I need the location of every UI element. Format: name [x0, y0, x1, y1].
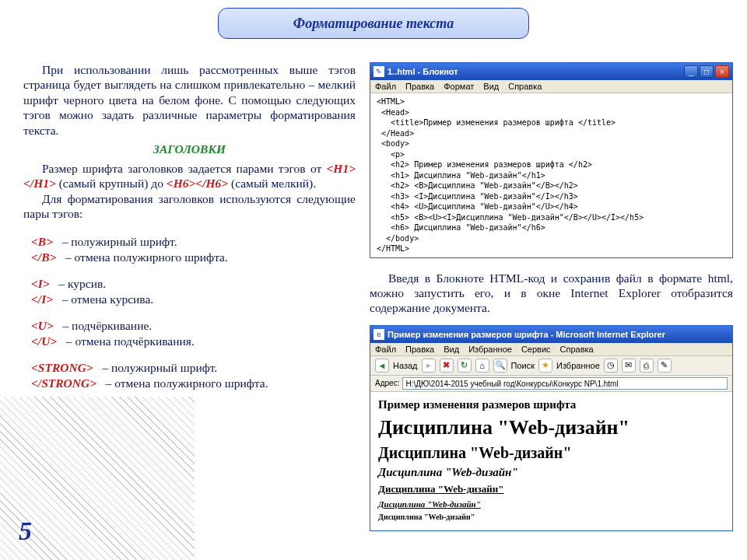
ie-menu-tools[interactable]: Сервис [521, 345, 551, 354]
tag-strong-close: </STRONG> [31, 376, 96, 390]
intro-paragraph: При использовании лишь рассмотренных выш… [23, 62, 356, 138]
ie-window: e Пример изменения размеров шрифта - Mic… [370, 325, 733, 531]
explanation-paragraph: Введя в Блокноте HTML-код и сохранив фай… [370, 271, 733, 316]
ie-menubar: Файл Правка Вид Избранное Сервис Справка [370, 343, 732, 356]
tag-i-close: </I> [31, 292, 53, 306]
ie-toolbar: ◄ Назад ▸ ✖ ↻ ⌂ 🔍 Поиск ★ Избранное ◷ ✉ … [370, 356, 732, 376]
favorites-icon[interactable]: ★ [538, 359, 552, 373]
menu-view[interactable]: Вид [483, 82, 499, 91]
maximize-button[interactable]: □ [700, 65, 714, 78]
ie-menu-edit[interactable]: Правка [405, 345, 434, 354]
notepad-titlebar: ✎ 1..html - Блокнот _ □ × [370, 63, 732, 80]
mail-button[interactable]: ✉ [622, 359, 636, 373]
ie-menu-view[interactable]: Вид [444, 345, 459, 354]
favorites-label: Избранное [556, 361, 600, 370]
refresh-button[interactable]: ↻ [458, 359, 472, 373]
rendered-h1: Дисциплина "Web-дизайн" [378, 416, 724, 439]
tag-strong-open: <STRONG> [31, 361, 93, 374]
notepad-content[interactable]: <HTML> <Head> <title>Пример изменения ра… [370, 93, 732, 257]
page-number: 5 [19, 516, 32, 546]
page-title: Форматирование текста [293, 16, 454, 32]
page-title-banner: Форматирование текста [218, 8, 529, 39]
ie-app-icon: e [374, 329, 384, 340]
tag-h1-close: </H1> [23, 177, 56, 190]
edit-button[interactable]: ✎ [658, 359, 672, 373]
menu-file[interactable]: Файл [375, 82, 396, 91]
tag-h1-open: <H1> [327, 162, 356, 175]
rendered-h2-title: Пример изменения размеров шрифта [378, 398, 724, 411]
ie-menu-file[interactable]: Файл [375, 345, 396, 354]
right-column: ✎ 1..html - Блокнот _ □ × Файл Правка Фо… [370, 62, 733, 531]
forward-button[interactable]: ▸ [422, 359, 436, 373]
rendered-h4: Дисциплина "Web-дизайн" [378, 483, 724, 495]
tag-i-open: <I> [31, 277, 50, 290]
menu-edit[interactable]: Правка [405, 82, 434, 91]
history-button[interactable]: ◷ [604, 359, 618, 373]
ie-titlebar: e Пример изменения размеров шрифта - Mic… [370, 326, 732, 343]
address-input[interactable]: H:\ДЮ\2014-2015 учебный год\Конкурсы\Кон… [402, 377, 728, 390]
notepad-title-text: 1..html - Блокнот [388, 67, 684, 76]
formatting-paragraph: Для форматирования заголовков используют… [23, 191, 356, 222]
back-label: Назад [393, 361, 418, 370]
ie-menu-help[interactable]: Справка [560, 345, 594, 354]
menu-help[interactable]: Справка [508, 82, 542, 91]
minimize-button[interactable]: _ [684, 65, 698, 78]
headings-paragraph: Размер шрифта заголовков задается парами… [23, 161, 356, 191]
notepad-app-icon: ✎ [374, 66, 384, 77]
tag-h6-open: <H6> [167, 177, 195, 190]
search-icon[interactable]: 🔍 [493, 359, 507, 373]
rendered-h5: Дисциплина "Web-дизайн" [378, 499, 724, 509]
print-button[interactable]: ⎙ [640, 359, 654, 373]
tag-definitions: <B> – полужирный шрифт. </B> – отмена по… [31, 235, 356, 390]
menu-format[interactable]: Формат [444, 82, 474, 91]
subheader-headings: ЗАГОЛОВКИ [23, 142, 356, 156]
back-button[interactable]: ◄ [375, 359, 389, 373]
rendered-h3: Дисциплина "Web-дизайн" [378, 466, 724, 479]
search-label: Поиск [511, 361, 535, 370]
ie-rendered-page: Пример изменения размеров шрифта Дисципл… [370, 392, 732, 530]
ie-menu-favorites[interactable]: Избранное [468, 345, 512, 354]
ie-addressbar: Адрес: H:\ДЮ\2014-2015 учебный год\Конку… [370, 376, 732, 392]
tag-u-open: <U> [31, 319, 54, 332]
rendered-h2: Дисциплина "Web-дизайн" [378, 444, 724, 462]
home-button[interactable]: ⌂ [475, 359, 489, 373]
tag-h6-close: </H6> [195, 177, 228, 190]
left-column: При использовании лишь рассмотренных выш… [23, 62, 356, 392]
address-label: Адрес: [375, 379, 399, 387]
notepad-menubar: Файл Правка Формат Вид Справка [370, 80, 732, 93]
tag-u-close: </U> [31, 334, 57, 348]
tag-b-close: </B> [31, 250, 56, 264]
stop-button[interactable]: ✖ [440, 359, 454, 373]
tag-b-open: <B> [31, 235, 53, 248]
rendered-h6: Дисциплина "Web-дизайн" [378, 513, 724, 521]
notepad-window: ✎ 1..html - Блокнот _ □ × Файл Правка Фо… [370, 62, 733, 258]
ie-title-text: Пример изменения размеров шрифта - Micro… [388, 330, 729, 339]
close-button[interactable]: × [715, 65, 729, 78]
